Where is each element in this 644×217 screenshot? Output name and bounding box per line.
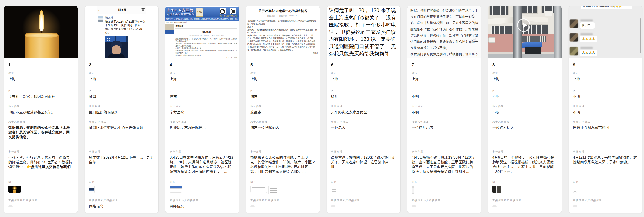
field-value-district: 浦东: [170, 94, 235, 99]
card[interactable]: 1 城市上海 区没有死于新冠，却因新冠而死 地址描述他们不应该被漠视甚至忘记。 …: [4, 6, 78, 213]
field-label-event: 事件介绍: [492, 150, 557, 153]
cover-text-screenshot[interactable]: 迷病危了叫 120， 120 来了说 全上海发热门诊都关了， 没有 医院接收， …: [327, 6, 400, 58]
field-label-event: 事件介绍: [250, 150, 315, 153]
empty-select-pill: [412, 206, 416, 207]
field-value-deceased: 数据来源：被删除的公众号文章《上海逝者》及其评论区、各种社交媒体、网友提供信息。: [8, 125, 73, 139]
card[interactable]: ‹ 朋友圈 钱文雄 钱文雄于2022年4月12日下午一点十九分去世。疫情期间一切…: [84, 6, 158, 213]
field-label-direct: 直接信息还是间接信息: [412, 199, 477, 202]
field-label-address: 地址描述: [170, 105, 235, 108]
image-thumbnail[interactable]: [268, 186, 278, 195]
field-value-direct: 网络信息: [89, 204, 154, 209]
field-label-district: 区: [573, 89, 638, 92]
chat-bubble: 只有其女儿眼见其病逝...🙏🙏🙏: [581, 6, 632, 9]
qr-label: 患者移动服务平台: [226, 15, 238, 17]
cover-candle-photo[interactable]: [4, 6, 78, 58]
field-value-deceased: 虹口区卫健委信息中心主任钱文雄: [89, 125, 154, 130]
image-thumbnail[interactable]: [492, 186, 501, 193]
field-label-city: 城市: [412, 72, 477, 75]
screenshot-text: 迷病危了叫 120， 120 来了说 全上海发热门诊都关了， 没有 医院接收， …: [329, 7, 398, 58]
field-label-direct: 直接信息还是间接信息: [331, 199, 396, 202]
cover-wechat-moments[interactable]: ‹ 朋友圈 钱文雄 钱文雄于2022年4月12日下午一点十九分去世。疫情期间一切…: [85, 6, 158, 58]
field-label-image: 图片: [8, 181, 73, 184]
card[interactable]: 关于对浦东120急救中心的调查情况 【信息来源：】【信息时间：2022-03-3…: [246, 6, 320, 213]
notice-title: 情况说明: [175, 31, 237, 34]
chat-bubble: 🙏🙏🙏🙏: [580, 50, 597, 56]
image-thumbnail[interactable]: [89, 186, 95, 193]
field-value-event: 4月12日传出消息，韦桂国因脑溢血、封控期间联系救治未果，于家中病逝。: [573, 155, 638, 164]
field-label-deceased: 死者大体描述: [89, 120, 154, 123]
blurred-username: [580, 19, 593, 21]
cover-weibo-screenshot[interactable]: 微博 微博 医院。当时有些低烧，但是发热门诊在消杀，于 是在门口的黑夜里等待了很…: [408, 6, 481, 58]
website-sidebar: [166, 24, 174, 58]
site-title: 上海市东方医院: [167, 8, 194, 12]
metal-pole: [514, 6, 522, 58]
field-label-district: 区: [8, 89, 73, 92]
field-label-event: 事件介绍: [412, 150, 477, 153]
field-value-district: 徐汇: [331, 94, 396, 99]
field-label-image: 图片: [573, 181, 638, 184]
field-label-address: 地址描述: [412, 105, 477, 108]
post-text: 钱文雄于2022年4月12日下午一点十九分去世。疫情期间一切从简。家属目前悲痛不…: [105, 20, 146, 35]
pillar: [554, 6, 562, 58]
field-value-district: 浦东: [250, 94, 315, 99]
field-label-city: 城市: [8, 72, 73, 75]
field-value-address: 不明: [412, 110, 477, 115]
field-value-district: 不明: [573, 94, 638, 99]
field-value-district: 没有死于新冠，却因新冠而死: [8, 94, 73, 99]
cover-hospital-website[interactable]: 上海市东方医院 同济大学附属东方医院 100 微信二维码 患者移动服务平台 医院…: [166, 6, 239, 58]
moments-title: 朋友圈: [103, 8, 141, 12]
field-label-direct: 直接信息还是间接信息: [250, 199, 315, 202]
field-label-deceased: 死者大体描述: [250, 120, 315, 123]
qr-label: 微信二维码: [220, 15, 227, 17]
cover-investigation-document[interactable]: 关于对浦东120急救中心的调查情况 【信息来源：】【信息时间：2022-03-3…: [246, 6, 320, 58]
field-value-address: 航昌路: [250, 110, 315, 115]
avatar: [570, 47, 578, 55]
field-label-direct: 直接信息还是间接信息: [573, 199, 638, 202]
field-label-address: 地址描述: [250, 105, 315, 108]
candle-body: [24, 33, 58, 58]
field-label-direct: 直接信息还是间接信息: [8, 199, 73, 202]
window: [489, 6, 509, 15]
card[interactable]: 微博 微博 医院。当时有些低烧，但是发热门诊在消杀，于 是在门口的黑夜里等待了很…: [407, 6, 481, 213]
submit-info-link[interactable]: 👉点击这里提交信息给我们: [26, 165, 71, 169]
image-thumbnail[interactable]: [331, 186, 337, 193]
blurred-username: [580, 47, 593, 49]
qr-code: [230, 8, 236, 14]
field-value-city: 上海: [573, 76, 638, 81]
field-label-image: 图片: [412, 181, 477, 184]
website-banner: 上海市东方医院 同济大学附属东方医院 100 微信二维码 患者移动服务平台: [166, 7, 239, 17]
image-thumbnail[interactable]: [573, 186, 577, 193]
field-label-direct: 直接信息还是间接信息: [492, 199, 557, 202]
field-label-image: 图片: [89, 181, 154, 184]
card[interactable]: 迷病危了叫 120， 120 来了说 全上海发热门诊都关了， 没有 医院接收， …: [326, 6, 400, 213]
field-label-district: 区: [89, 89, 154, 92]
image-thumbnail[interactable]: [412, 186, 414, 194]
field-value-address: 不明: [492, 110, 557, 115]
poster-name: 钱文雄: [105, 16, 146, 19]
field-label-event: 事件介绍: [8, 150, 73, 153]
card[interactable]: 只有其女儿眼见其病逝...🙏🙏🙏 啊，这。 🙏🙏🙏🙏 🙏🙏🙏🙏 9 城市上海 区…: [568, 6, 642, 213]
field-label-event: 事件介绍: [331, 150, 396, 153]
document-meta: 【信息来源：】【信息时间：2022-03-31】: [247, 15, 318, 17]
card[interactable]: 上海市东方医院 同济大学附属东方医院 100 微信二维码 患者移动服务平台 医院…: [165, 6, 239, 213]
field-value-district: 虹口: [89, 94, 154, 99]
field-label-event: 事件介绍: [170, 150, 235, 153]
hospital-emblem: 100: [196, 8, 203, 16]
field-label-event: 事件介绍: [573, 150, 638, 153]
card[interactable]: 8 城市上海 区不明 地址描述不明 死者大体描述一位透析病人 事件介绍4月6日的…: [488, 6, 562, 213]
field-value-address: 他们不应该被漠视甚至忘记。: [8, 110, 73, 115]
card-number: 8: [492, 62, 557, 68]
card-number: 7: [412, 62, 477, 68]
field-value-address: 虹口区妇幼保健所: [89, 110, 154, 115]
image-thumbnail[interactable]: [250, 186, 267, 193]
field-label-deceased: 死者大体描述: [8, 120, 73, 123]
image-thumbnail[interactable]: [170, 186, 182, 193]
field-label-direct: 直接信息还是间接信息: [170, 199, 235, 202]
image-thumbnail[interactable]: [8, 186, 21, 193]
field-label-address: 地址描述: [8, 105, 73, 108]
notice-signature: 上海市东方医院 同济大学附属东方医院: [175, 57, 237, 58]
gallery-board: 1 城市上海 区没有死于新冠，却因新冠而死 地址描述他们不应该被漠视甚至忘记。 …: [4, 6, 642, 213]
cover-video-still[interactable]: [488, 6, 562, 58]
cover-group-chat[interactable]: 只有其女儿眼见其病逝...🙏🙏🙏 啊，这。 🙏🙏🙏🙏 🙏🙏🙏🙏: [569, 6, 642, 58]
field-value-city: 上海: [331, 76, 396, 81]
